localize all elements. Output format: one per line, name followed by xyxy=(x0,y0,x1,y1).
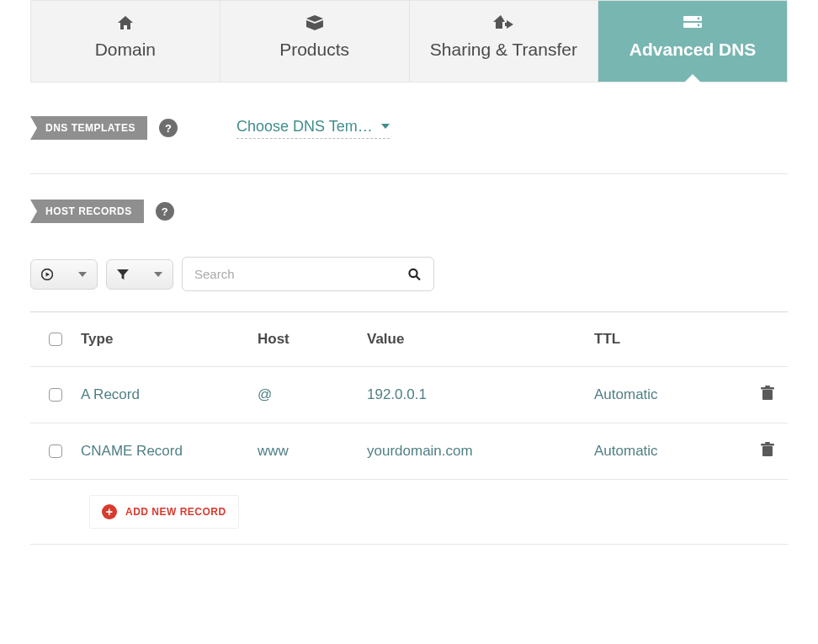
help-icon[interactable]: ? xyxy=(156,202,174,221)
svg-rect-7 xyxy=(762,390,773,400)
svg-rect-11 xyxy=(761,444,774,445)
box-icon xyxy=(220,13,409,33)
svg-point-5 xyxy=(409,269,417,276)
select-all-checkbox[interactable] xyxy=(49,333,62,346)
cell-type[interactable]: A Record xyxy=(81,386,258,403)
play-icon xyxy=(41,269,53,280)
search-box xyxy=(182,257,434,291)
svg-rect-8 xyxy=(761,387,774,389)
filter-dropdown[interactable] xyxy=(106,259,173,290)
plus-icon: + xyxy=(102,504,117,519)
tab-label: Domain xyxy=(31,40,220,60)
chevron-down-icon xyxy=(78,272,87,277)
action-dropdown[interactable] xyxy=(30,259,98,290)
divider xyxy=(30,173,788,174)
chevron-down-icon xyxy=(381,124,390,129)
search-input[interactable] xyxy=(182,257,434,291)
chevron-down-icon xyxy=(154,272,162,277)
share-icon xyxy=(410,13,598,33)
cell-value[interactable]: yourdomain.com xyxy=(367,443,594,460)
tab-label: Advanced DNS xyxy=(598,40,787,60)
tab-label: Products xyxy=(220,40,409,60)
records-table: Type Host Value TTL A Record @ 192.0.0.1… xyxy=(30,311,788,545)
tab-products[interactable]: Products xyxy=(220,1,410,82)
trash-icon[interactable] xyxy=(761,386,774,401)
col-host: Host xyxy=(258,331,367,348)
col-ttl: TTL xyxy=(594,331,720,348)
tab-advanced-dns[interactable]: Advanced DNS xyxy=(598,1,787,82)
svg-rect-10 xyxy=(762,446,773,456)
row-checkbox[interactable] xyxy=(49,444,62,458)
cell-host[interactable]: @ xyxy=(258,386,367,403)
add-button-label: ADD NEW RECORD xyxy=(125,506,226,518)
tabs: Domain Products Sharing & Transfer Advan… xyxy=(30,0,788,82)
tab-label: Sharing & Transfer xyxy=(410,40,598,60)
svg-point-3 xyxy=(698,24,700,27)
table-header: Type Host Value TTL xyxy=(30,312,788,367)
svg-rect-9 xyxy=(765,386,770,387)
svg-line-6 xyxy=(417,276,421,280)
cell-ttl[interactable]: Automatic xyxy=(594,443,720,460)
cell-value[interactable]: 192.0.0.1 xyxy=(367,386,594,403)
tab-sharing[interactable]: Sharing & Transfer xyxy=(410,1,599,82)
cell-type[interactable]: CNAME Record xyxy=(81,443,258,460)
dns-templates-badge: DNS TEMPLATES xyxy=(30,116,147,140)
tab-domain[interactable]: Domain xyxy=(31,1,220,82)
filter-icon xyxy=(117,269,129,280)
svg-point-2 xyxy=(698,18,700,20)
table-row: A Record @ 192.0.0.1 Automatic xyxy=(30,367,788,423)
cell-host[interactable]: www xyxy=(258,443,367,460)
dns-template-dropdown[interactable]: Choose DNS Tem… xyxy=(236,118,390,139)
toolbar xyxy=(30,257,788,291)
col-type: Type xyxy=(81,331,258,348)
host-records-badge: HOST RECORDS xyxy=(30,200,144,223)
svg-rect-12 xyxy=(765,442,770,444)
dropdown-label: Choose DNS Tem… xyxy=(236,118,373,136)
help-icon[interactable]: ? xyxy=(159,119,178,137)
col-value: Value xyxy=(367,331,594,348)
search-icon xyxy=(408,268,421,280)
add-row: + ADD NEW RECORD xyxy=(30,480,788,545)
server-icon xyxy=(598,13,787,33)
table-row: CNAME Record www yourdomain.com Automati… xyxy=(30,423,788,480)
row-checkbox[interactable] xyxy=(49,388,62,402)
home-icon xyxy=(31,13,220,33)
add-record-button[interactable]: + ADD NEW RECORD xyxy=(89,495,239,529)
cell-ttl[interactable]: Automatic xyxy=(594,386,720,403)
trash-icon[interactable] xyxy=(761,442,774,457)
